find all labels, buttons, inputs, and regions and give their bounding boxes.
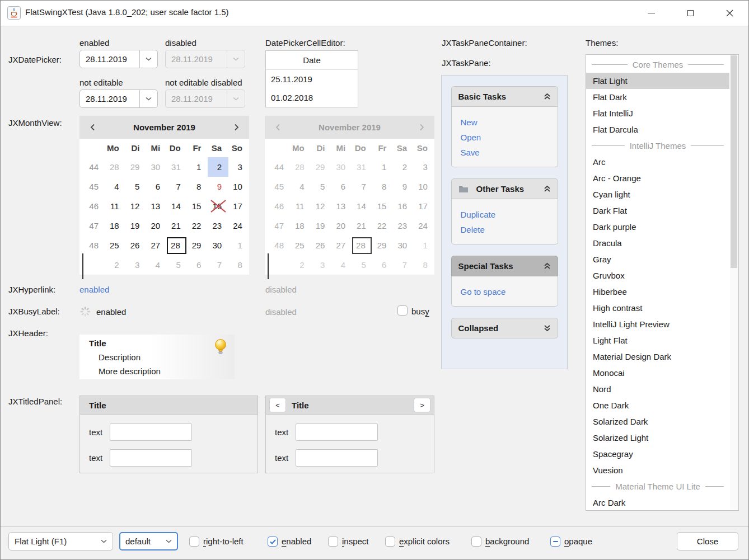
calendar-day[interactable]: 17 xyxy=(228,196,249,216)
calendar-day[interactable]: 9 xyxy=(208,177,228,196)
checkbox-label-busy[interactable]: busy xyxy=(411,306,429,317)
theme-item-flat-dark[interactable]: Flat Dark xyxy=(586,89,729,105)
calendar-day[interactable]: 3 xyxy=(228,157,249,177)
calendar-day[interactable]: 8 xyxy=(188,177,208,196)
checkbox-right-to-left[interactable] xyxy=(189,537,199,547)
calendar-day[interactable]: 15 xyxy=(188,196,208,216)
calendar-day[interactable]: 27 xyxy=(146,236,167,255)
calendar-day[interactable]: 31 xyxy=(167,157,188,177)
theme-item-gruvbox[interactable]: Gruvbox xyxy=(586,267,729,284)
font-combobox[interactable]: default xyxy=(119,532,178,550)
theme-item-gray[interactable]: Gray xyxy=(586,251,729,267)
calendar-day[interactable]: 18 xyxy=(105,216,126,236)
checkbox-busy[interactable] xyxy=(397,305,408,316)
hyperlink-enabled[interactable]: enabled xyxy=(79,284,109,295)
calendar-day[interactable]: 28 xyxy=(105,157,126,177)
checkbox-label-background[interactable]: background xyxy=(485,536,529,547)
calendar-day[interactable]: 21 xyxy=(167,216,188,236)
theme-item-arc-dark[interactable]: Arc Dark xyxy=(586,495,729,511)
theme-item-dark-flat[interactable]: Dark Flat xyxy=(586,203,729,219)
theme-item-light-flat[interactable]: Light Flat xyxy=(586,332,729,349)
table-row[interactable]: 01.02.2018 xyxy=(266,88,358,107)
calendar-day[interactable]: 2 xyxy=(208,157,228,177)
theme-item-solarized-dark[interactable]: Solarized Dark xyxy=(586,413,729,430)
text-input[interactable] xyxy=(296,423,378,441)
checkbox-opaque[interactable] xyxy=(550,537,560,547)
taskpane-header-basic-tasks[interactable]: Basic Tasks xyxy=(451,86,558,107)
theme-item-flat-darcula[interactable]: Flat Darcula xyxy=(586,121,729,138)
calendar-next-button[interactable] xyxy=(229,120,244,135)
theme-item-hiberbee[interactable]: Hiberbee xyxy=(586,284,729,300)
maximize-button[interactable] xyxy=(673,1,707,25)
table-row[interactable]: 25.11.2019 xyxy=(266,70,358,88)
datepicker-value[interactable]: 28.11.2019 xyxy=(80,50,139,68)
datepicker-enabled[interactable]: 28.11.2019 xyxy=(79,50,158,68)
calendar-day[interactable]: 22 xyxy=(188,216,208,236)
expand-icon[interactable] xyxy=(544,324,551,332)
theme-item-material-design-dark[interactable]: Material Design Dark xyxy=(586,349,729,365)
datepicker-not-editable[interactable]: 28.11.2019 xyxy=(79,90,158,108)
calendar-day[interactable]: 8 xyxy=(228,255,249,275)
taskpane-link-save[interactable]: Save xyxy=(461,145,549,160)
theme-item-arc-orange[interactable]: Arc - Orange xyxy=(586,170,729,186)
checkbox-label-opaque[interactable]: opaque xyxy=(564,536,592,547)
calendar-day[interactable]: 4 xyxy=(105,177,126,196)
collapse-icon[interactable] xyxy=(544,262,551,270)
theme-item-monocai[interactable]: Monocai xyxy=(586,365,729,381)
taskpane-header-collapsed[interactable]: Collapsed xyxy=(451,318,558,338)
checkbox-label-enabled[interactable]: enabled xyxy=(282,536,311,547)
calendar-day[interactable]: 29 xyxy=(188,236,208,255)
theme-item-dark-purple[interactable]: Dark purple xyxy=(586,219,729,235)
calendar-day[interactable]: 23 xyxy=(208,216,228,236)
taskpane-link-delete[interactable]: Delete xyxy=(461,222,549,237)
calendar-day[interactable]: 7 xyxy=(167,177,188,196)
theme-item-arc[interactable]: Arc xyxy=(586,154,729,170)
theme-item-flat-light[interactable]: Flat Light xyxy=(586,73,729,89)
taskpane-link-go-to-space[interactable]: Go to space xyxy=(461,284,549,299)
datepicker-dropdown-button[interactable] xyxy=(139,90,157,107)
calendar-day[interactable]: 19 xyxy=(126,216,147,236)
titledpanel-prev-button[interactable]: < xyxy=(269,398,286,412)
text-input[interactable] xyxy=(296,449,378,467)
text-input[interactable] xyxy=(110,423,192,441)
calendar-day[interactable]: 30 xyxy=(146,157,167,177)
theme-item-nord[interactable]: Nord xyxy=(586,381,729,397)
calendar-day[interactable]: 29 xyxy=(126,157,147,177)
calendar-prev-button[interactable] xyxy=(85,120,100,135)
checkbox-background[interactable] xyxy=(471,537,481,547)
text-input[interactable] xyxy=(110,449,192,467)
titledpanel-next-button[interactable]: > xyxy=(414,398,430,412)
theme-item-intellij-light-preview[interactable]: IntelliJ Light Preview xyxy=(586,316,729,332)
checkbox-explicit-colors[interactable] xyxy=(385,537,395,547)
calendar-day[interactable]: 24 xyxy=(228,216,249,236)
theme-item-spacegray[interactable]: Spacegray xyxy=(586,446,729,462)
calendar-day[interactable]: 1 xyxy=(228,236,249,255)
calendar-day[interactable]: 14 xyxy=(167,196,188,216)
theme-item-flat-intellij[interactable]: Flat IntelliJ xyxy=(586,105,729,121)
calendar-day[interactable]: 2 xyxy=(105,255,126,275)
checkbox-label-inspect[interactable]: inspect xyxy=(342,536,369,547)
datepicker-dropdown-button[interactable] xyxy=(139,50,157,68)
calendar-day[interactable]: 6 xyxy=(188,255,208,275)
calendar-day[interactable]: 5 xyxy=(126,177,147,196)
calendar-day[interactable]: 10 xyxy=(228,177,249,196)
taskpane-link-open[interactable]: Open xyxy=(461,130,549,145)
theme-item-one-dark[interactable]: One Dark xyxy=(586,397,729,413)
close-button[interactable]: Close xyxy=(677,532,738,550)
calendar-day[interactable]: 12 xyxy=(126,196,147,216)
themes-scrollbar-track[interactable] xyxy=(730,55,738,510)
calendar-day[interactable]: 6 xyxy=(146,177,167,196)
themes-list[interactable]: Core ThemesFlat LightFlat DarkFlat Intel… xyxy=(586,54,739,511)
calendar-day[interactable]: 26 xyxy=(126,236,147,255)
calendar-day[interactable]: 28 xyxy=(167,236,188,255)
calendar-day[interactable]: 30 xyxy=(208,236,228,255)
calendar-day[interactable]: 7 xyxy=(208,255,228,275)
table-column-header[interactable]: Date xyxy=(266,51,358,70)
taskpane-link-duplicate[interactable]: Duplicate xyxy=(461,207,549,222)
calendar-day[interactable]: 16 xyxy=(208,196,228,216)
calendar-day[interactable]: 25 xyxy=(105,236,126,255)
minimize-button[interactable] xyxy=(634,1,668,25)
checkbox-enabled[interactable] xyxy=(268,537,278,547)
calendar-day[interactable]: 1 xyxy=(188,157,208,177)
theme-item-solarized-light[interactable]: Solarized Light xyxy=(586,430,729,446)
